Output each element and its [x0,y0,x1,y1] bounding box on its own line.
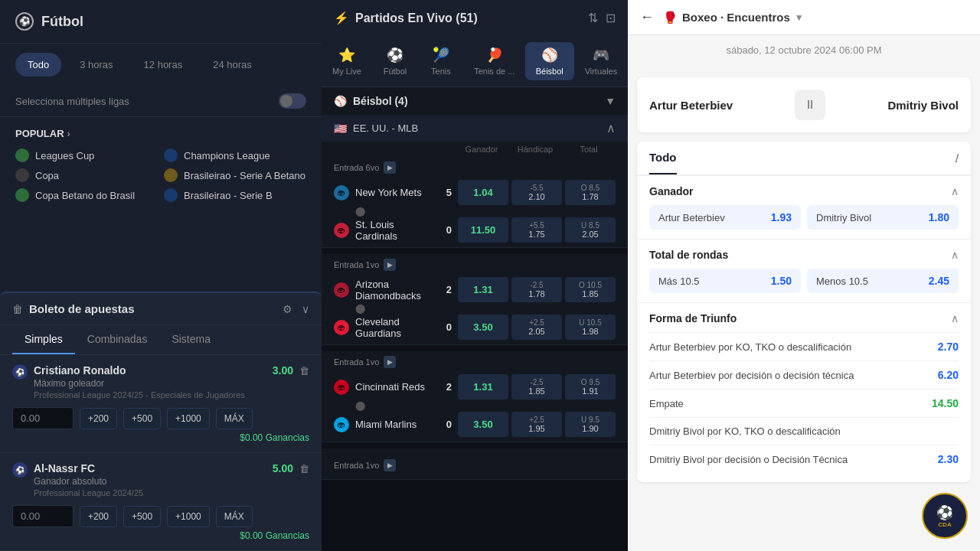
league-dot [164,188,178,202]
team-name: St. Louis Cardinals [355,219,433,242]
quick-bet-1000[interactable]: +1000 [167,506,210,527]
forma-label: Empate [649,398,932,409]
us-flag-icon: 🇺🇸 [334,122,347,135]
filter-12h[interactable]: 12 horas [132,53,195,77]
filter-todo[interactable]: Todo [15,53,61,77]
quick-bet-200[interactable]: +200 [80,408,117,429]
team-info: 🏟 New York Mets 5 [334,185,458,201]
odds-winner-btn[interactable]: 3.50 [458,412,508,437]
odds-handicap-btn[interactable]: -5.5 2.10 [511,180,562,205]
slip-header: 🗑 Boleto de apuestas ⚙ ∨ [0,293,322,325]
list-item[interactable]: Copa Betano do Brasil [15,188,158,202]
odds-total-btn[interactable]: O 8.5 1.78 [565,180,616,205]
match-divider [322,442,628,448]
odds-total-btn[interactable]: U 8.5 2.05 [565,217,616,243]
cda-ball-icon: ⚽ [936,504,953,521]
total-rounds-row: Más 10.5 1.50 Menos 10.5 2.45 [649,269,959,293]
odds-winner-btn[interactable]: 1.31 [458,277,508,302]
league-dot [164,168,178,182]
list-item[interactable]: Leagues Cup [15,148,158,162]
tab-sistema[interactable]: Sistema [159,325,223,354]
odds-winner-btn[interactable]: 1.04 [458,180,508,205]
odds-handicap-btn[interactable]: -2.5 1.78 [511,277,562,302]
time-filters: Todo 3 horas 12 horas 24 horas [0,44,322,86]
odd-beterbiev[interactable]: Artur Beterbiev 1.93 [649,205,801,230]
chevron-down-icon[interactable]: ∨ [302,303,309,315]
odds-label: -2.5 [511,281,562,289]
odds-total-btn[interactable]: O 9.5 1.91 [565,374,616,399]
gear-icon[interactable]: ⚙ [283,303,292,315]
list-item[interactable]: Copa [15,168,158,182]
odd-bivol[interactable]: Dmitriy Bivol 1.80 [807,205,959,230]
list-item[interactable]: Artur Beterbiev por decisión o decisión … [649,360,959,389]
sport-item-futbol[interactable]: ⚽ Fútbol [372,42,418,80]
remove-bet-icon[interactable]: 🗑 [299,463,309,474]
chevron-down-icon[interactable]: ▼ [795,12,804,23]
quick-bet-1000[interactable]: +1000 [167,408,210,429]
team-info: 🏟 Miami Marlins 0 [334,417,458,432]
odd-mas[interactable]: Más 10.5 1.50 [649,269,801,293]
expand-icon[interactable]: ⊡ [606,11,616,25]
league-collapse-icon[interactable]: ∧ [606,121,616,135]
odds-handicap-btn[interactable]: +2.5 1.95 [511,412,562,437]
odds-total-btn[interactable]: O 10.5 1.85 [565,277,616,302]
list-item[interactable]: Dmitriy Bivol por decisión o Decisión Té… [649,445,959,473]
tab-todo[interactable]: Todo [649,142,677,174]
vs-icon: ⏸ [795,90,825,120]
odds-total-btn[interactable]: U 9.5 1.90 [565,412,616,437]
bet-amount-field[interactable] [12,407,74,429]
collapse-icon[interactable]: ∧ [951,249,959,261]
odd-menos[interactable]: Menos 10.5 2.45 [807,269,959,293]
list-item[interactable]: Champions League [164,148,306,162]
filter-3h[interactable]: 3 horas [67,53,125,77]
odds-total-btn[interactable]: U 10.5 1.98 [565,315,616,340]
odds-handicap-btn[interactable]: -2.5 1.85 [511,374,562,399]
odds-winner-btn[interactable]: 3.50 [458,315,508,340]
multiliga-toggle[interactable] [279,93,306,109]
odds-group: 1.31 -2.5 1.78 O 10.5 1.85 [458,277,616,302]
filter-24h[interactable]: 24 horas [201,53,264,77]
list-item[interactable]: Brasileirao - Serie B [164,188,306,202]
sport-item-tenis-de[interactable]: 🏓 Tenis de ... [464,42,525,80]
list-item[interactable]: Dmitriy Bivol por KO, TKO o descalificac… [649,417,959,445]
sort-icon[interactable]: ⇅ [588,11,598,25]
bet-description: Máximo goleador [34,378,245,389]
odds-handicap-btn[interactable]: +2.5 2.05 [511,315,562,340]
collapse-icon[interactable]: ∧ [951,312,959,324]
back-button[interactable]: ← [640,9,654,25]
odds-winner-btn[interactable]: 1.31 [458,374,508,399]
match-row: 🏟 Cincinnati Reds 2 1.31 -2.5 1.85 O 9.5… [334,370,616,404]
sport-item-beisbol[interactable]: ⚾ Béisbol [525,42,574,80]
bet-amount-field[interactable] [12,505,74,527]
list-item[interactable]: Empate 14.50 [649,389,959,417]
odds-winner-btn[interactable]: 11.50 [458,217,508,243]
sport-item-virtuales[interactable]: 🎮 Virtuales [574,42,628,80]
list-item[interactable]: Brasileirao - Serie A Betano [164,168,306,182]
league-dot [15,148,29,162]
remove-bet-icon[interactable]: 🗑 [299,365,309,377]
market-title-row: Total de rondas ∧ [649,249,959,261]
sport-item-mylive[interactable]: ⭐ My Live [322,42,372,80]
max-bet-button[interactable]: MÁX [216,506,253,527]
odds-handicap-btn[interactable]: +5.5 1.75 [511,217,562,243]
bet-sport-icon: ⚽ [12,364,28,380]
quick-bet-500[interactable]: +500 [123,506,161,527]
quick-bet-200[interactable]: +200 [80,506,117,527]
sport-item-tenis[interactable]: 🎾 Tenis [418,42,464,80]
tab-simples[interactable]: Simples [12,325,75,354]
tab-combinadas[interactable]: Combinadas [75,325,160,354]
max-bet-button[interactable]: MÁX [216,408,253,429]
bet-details: Cristiano Ronaldo Máximo goleador Profes… [34,364,245,399]
left-sport-title: Fútbol [41,14,83,30]
middle-panel: ⚡ Partidos En Vivo (51) ⇅ ⊡ ⭐ My Live ⚽ … [322,0,628,551]
section-collapse-icon[interactable]: ▼ [605,95,616,107]
forma-value: 2.70 [938,341,959,353]
quick-bet-500[interactable]: +500 [123,408,161,429]
filter-icon[interactable]: 𝐼 [955,152,959,165]
trash-icon[interactable]: 🗑 [12,303,23,315]
collapse-icon[interactable]: ∧ [951,185,959,197]
match-divider [322,345,628,351]
match-inning: Entrada 1vo ▶ [334,351,616,370]
list-item[interactable]: Artur Beterbiev por KO, TKO o descalific… [649,332,959,360]
cda-circle: ⚽ CDA [922,493,968,539]
